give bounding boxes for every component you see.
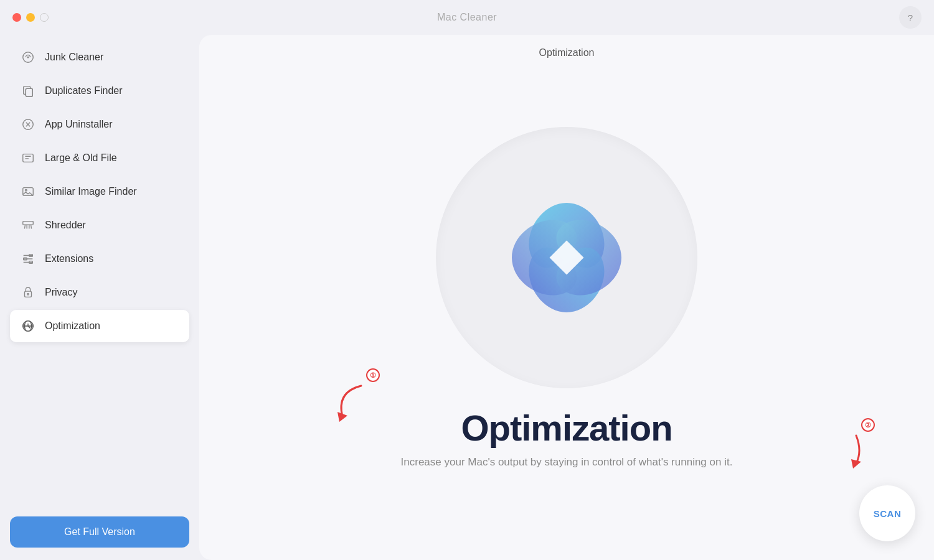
sidebar-item-similar-image-finder[interactable]: Similar Image Finder — [10, 175, 189, 208]
svg-point-1 — [27, 57, 29, 58]
sidebar-item-large-old-file[interactable]: Large & Old File — [10, 142, 189, 174]
shredder-icon — [20, 217, 36, 233]
svg-rect-6 — [23, 154, 34, 162]
sidebar-item-app-uninstaller[interactable]: App Uninstaller — [10, 108, 189, 141]
minimize-button[interactable] — [26, 13, 35, 22]
scan-button[interactable]: SCAN — [859, 485, 915, 541]
main-subtitle: Increase your Mac's output by staying in… — [401, 456, 733, 469]
annotation-circle-1: ① — [366, 368, 380, 382]
extensions-icon — [20, 251, 36, 267]
sidebar-item-label: Privacy — [45, 287, 77, 298]
get-full-version-button[interactable]: Get Full Version — [10, 516, 189, 548]
sidebar-item-extensions[interactable]: Extensions — [10, 243, 189, 275]
svg-rect-13 — [25, 291, 32, 297]
duplicates-icon — [20, 83, 36, 99]
help-button[interactable]: ? — [899, 6, 922, 29]
page-header-title: Optimization — [539, 47, 595, 58]
titlebar: Mac Cleaner ? — [0, 0, 934, 35]
app-logo — [498, 189, 635, 326]
maximize-button[interactable] — [40, 13, 49, 22]
sidebar-item-label: Large & Old File — [45, 152, 117, 164]
sidebar-item-label: Junk Cleaner — [45, 52, 103, 63]
uninstaller-icon — [20, 116, 36, 133]
svg-point-14 — [27, 293, 29, 295]
annotation-1: ① — [324, 368, 380, 429]
close-button[interactable] — [12, 13, 21, 22]
nav-list: Junk Cleaner Duplicates Finder — [10, 41, 189, 506]
privacy-icon — [20, 284, 36, 301]
main-content: Junk Cleaner Duplicates Finder — [0, 35, 934, 560]
svg-rect-9 — [23, 222, 34, 225]
svg-marker-16 — [851, 459, 861, 469]
annotation-circle-2: ② — [861, 418, 875, 432]
sidebar-item-optimization[interactable]: Optimization — [10, 310, 189, 342]
sidebar-item-label: Extensions — [45, 253, 93, 264]
junk-icon — [20, 49, 36, 65]
sidebar-item-label: Shredder — [45, 220, 86, 231]
sidebar-item-label: App Uninstaller — [45, 119, 113, 130]
main-panel: Optimization — [199, 35, 934, 560]
svg-rect-3 — [26, 88, 32, 96]
svg-point-8 — [25, 189, 27, 191]
logo-circle — [436, 127, 697, 388]
sidebar-item-junk-cleaner[interactable]: Junk Cleaner — [10, 41, 189, 73]
sidebar-item-label: Duplicates Finder — [45, 85, 123, 96]
sidebar-item-shredder[interactable]: Shredder — [10, 209, 189, 241]
optimization-icon — [20, 318, 36, 334]
traffic-lights — [12, 13, 49, 22]
sidebar-item-privacy[interactable]: Privacy — [10, 276, 189, 309]
app-title: Mac Cleaner — [437, 12, 497, 23]
file-icon — [20, 150, 36, 166]
sidebar: Junk Cleaner Duplicates Finder — [0, 35, 199, 560]
annotation-2: ② — [837, 418, 875, 473]
sidebar-item-label: Optimization — [45, 320, 100, 332]
svg-marker-15 — [337, 412, 347, 422]
image-icon — [20, 184, 36, 200]
sidebar-item-label: Similar Image Finder — [45, 186, 137, 197]
sidebar-item-duplicates-finder[interactable]: Duplicates Finder — [10, 75, 189, 107]
main-title: Optimization — [461, 407, 672, 449]
